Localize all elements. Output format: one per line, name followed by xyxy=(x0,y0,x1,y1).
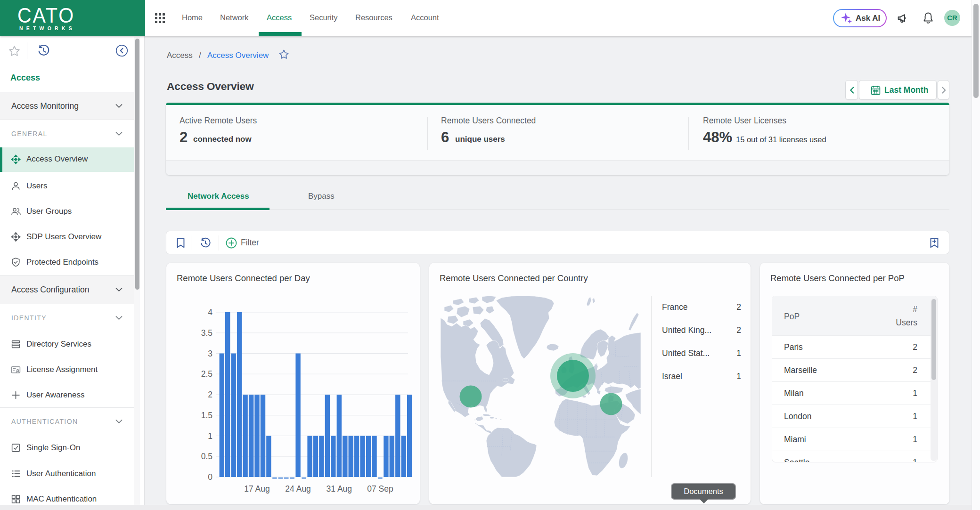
svg-text:3.5: 3.5 xyxy=(201,328,212,338)
svg-text:31 Aug: 31 Aug xyxy=(327,484,352,494)
svg-text:0: 0 xyxy=(208,472,212,482)
svg-text:1.5: 1.5 xyxy=(201,411,212,420)
svg-text:3: 3 xyxy=(208,349,212,358)
svg-text:17 Aug: 17 Aug xyxy=(244,484,270,494)
svg-text:2: 2 xyxy=(208,390,212,399)
svg-text:0.5: 0.5 xyxy=(201,452,212,461)
svg-text:24 Aug: 24 Aug xyxy=(285,484,311,494)
svg-text:07 Sep: 07 Sep xyxy=(367,484,393,494)
svg-text:4: 4 xyxy=(208,308,212,317)
svg-text:2.5: 2.5 xyxy=(201,369,212,379)
svg-text:1: 1 xyxy=(208,431,212,441)
